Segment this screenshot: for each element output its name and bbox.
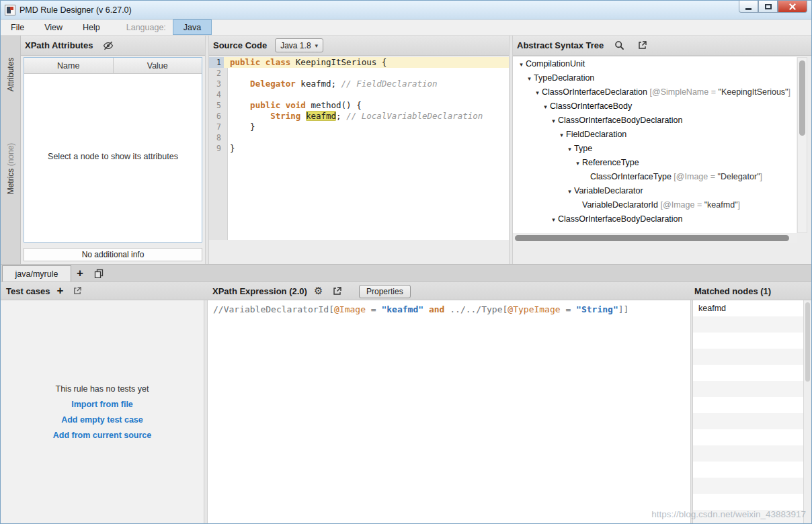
matched-nodes-header: Matched nodes (1)	[694, 282, 771, 300]
ast-node[interactable]: ▾ClassOrInterfaceDeclaration [@SimpleNam…	[513, 85, 797, 99]
tab-attributes[interactable]: Attributes	[6, 58, 15, 92]
line-number: 6	[209, 111, 224, 122]
line-number: 5	[209, 100, 224, 111]
language-label: Language:	[110, 19, 173, 35]
matched-nodes-list: keafmd	[693, 300, 803, 523]
add-empty-test-case-link[interactable]: Add empty test case	[61, 415, 143, 425]
add-rule-button[interactable]: +	[71, 265, 89, 281]
line-number: 3	[209, 79, 224, 89]
chevron-down-icon[interactable]: ▾	[573, 157, 582, 171]
chevron-down-icon: ▾	[315, 42, 319, 49]
ast-node[interactable]: ▾CompilationUnit	[513, 57, 797, 71]
gear-icon[interactable]: ⚙	[314, 285, 323, 297]
export-icon	[332, 286, 342, 296]
matched-list-row	[693, 333, 803, 349]
source-code-editor[interactable]: 1public class KeepingItSerious {23 Deleg…	[209, 57, 509, 240]
matched-list-row	[693, 397, 803, 413]
java-version-value: Java 1.8	[280, 41, 311, 50]
chevron-down-icon[interactable]: ▾	[549, 114, 558, 128]
java-version-select[interactable]: Java 1.8 ▾	[275, 38, 323, 52]
menu-view[interactable]: View	[34, 19, 73, 35]
copy-rule-button[interactable]	[89, 265, 109, 281]
menu-help[interactable]: Help	[73, 19, 110, 35]
chevron-down-icon[interactable]: ▾	[557, 128, 566, 142]
xpath-attributes-panel: XPath Attributes Name Value Select a nod…	[21, 36, 205, 264]
matched-scroll-thumb[interactable]	[805, 302, 810, 382]
ast-node[interactable]: VariableDeclaratorId [@Image = "keafmd"]	[513, 198, 797, 212]
menu-file[interactable]: File	[1, 19, 34, 35]
xpath-expression-editor[interactable]: //VariableDeclaratorId[@Image = "keafmd"…	[208, 300, 690, 523]
chevron-down-icon[interactable]: ▾	[533, 86, 542, 100]
code-line[interactable]: 8	[209, 132, 509, 143]
chevron-down-icon[interactable]: ▾	[565, 142, 574, 157]
tab-java-myrule[interactable]: java/myrule	[2, 265, 71, 281]
export-xpath-button[interactable]	[329, 284, 344, 298]
line-number: 1	[209, 57, 224, 68]
matched-list-row	[693, 429, 803, 445]
line-number: 4	[209, 89, 224, 100]
ast-node[interactable]: ▾Type	[513, 142, 797, 156]
code-line[interactable]: 1public class KeepingItSerious {	[209, 57, 509, 68]
matched-list-row	[693, 478, 803, 494]
matched-list-row	[693, 445, 803, 462]
hide-attributes-without-value-button[interactable]	[101, 39, 116, 52]
ast-node[interactable]: ▾ClassOrInterfaceBody	[513, 99, 797, 114]
export-test-cases-button[interactable]	[70, 284, 85, 298]
matched-node-item[interactable]: keafmd	[693, 300, 803, 316]
line-number: 2	[209, 68, 224, 79]
matched-nodes-scrollbar[interactable]	[803, 300, 811, 523]
minimize-icon	[745, 8, 752, 10]
minimize-button[interactable]	[739, 1, 758, 13]
search-icon	[614, 40, 624, 50]
close-button[interactable]	[778, 1, 807, 13]
code-line[interactable]: 4	[209, 89, 509, 100]
properties-button[interactable]: Properties	[359, 285, 411, 298]
chevron-down-icon[interactable]: ▾	[517, 58, 526, 72]
ast-search-button[interactable]	[612, 39, 626, 52]
chevron-down-icon[interactable]: ▾	[525, 72, 534, 86]
ast-vscroll-thumb[interactable]	[799, 60, 805, 136]
xpath-expression-header: XPath Expression (2.0) ⚙	[212, 282, 344, 300]
ast-node[interactable]: ▾TypeDeclaration	[513, 71, 797, 85]
code-line[interactable]: 7 }	[209, 122, 509, 132]
ast-node[interactable]: ▾VariableDeclarator	[513, 184, 797, 198]
attributes-placeholder: Select a node to show its attributes	[24, 152, 202, 161]
code-line[interactable]: 2	[209, 68, 509, 79]
attributes-column-value[interactable]: Value	[114, 58, 202, 73]
export-icon	[637, 40, 647, 50]
tab-metrics[interactable]: Metrics (none)	[6, 143, 15, 195]
ast-node[interactable]: ▾FieldDeclaration	[513, 128, 797, 142]
attributes-column-name[interactable]: Name	[24, 58, 114, 73]
code-line[interactable]: 9}	[209, 143, 509, 154]
matched-nodes-title: Matched nodes (1)	[694, 286, 771, 296]
add-from-current-source-link[interactable]: Add from current source	[53, 431, 152, 440]
import-from-file-link[interactable]: Import from file	[71, 400, 133, 409]
ast-node[interactable]: ▾ClassOrInterfaceBodyDeclaration	[513, 212, 797, 226]
language-java-toggle[interactable]: Java	[173, 19, 212, 35]
add-test-case-button[interactable]: +	[57, 284, 64, 298]
ast-vertical-scrollbar[interactable]	[797, 57, 807, 233]
ast-node[interactable]: ▾ReferenceType	[513, 156, 797, 170]
code-line[interactable]: 6 String keafmd; // LocalVariableDeclara…	[209, 111, 509, 122]
chevron-down-icon[interactable]: ▾	[549, 213, 558, 227]
chevron-down-icon[interactable]: ▾	[541, 100, 550, 114]
close-icon	[788, 3, 797, 11]
code-line[interactable]: 5 public void method() {	[209, 100, 509, 111]
ast-node[interactable]: ClassOrInterfaceType [@Image = "Delegato…	[513, 170, 797, 184]
line-number: 8	[209, 132, 224, 143]
xpath-expression-title: XPath Expression (2.0)	[212, 286, 307, 296]
ast-export-button[interactable]	[635, 39, 649, 52]
ast-header: Abstract Syntax Tree	[513, 36, 811, 56]
bottom-section-header: Test cases + XPath Expression (2.0) ⚙ Pr…	[1, 281, 811, 300]
ast-hscroll-thumb[interactable]	[515, 235, 789, 241]
attributes-tab-label: Attributes	[6, 58, 15, 92]
main-top-area: Attributes Metrics (none) XPath Attribut…	[1, 36, 811, 264]
maximize-button[interactable]	[758, 1, 778, 13]
code-line[interactable]: 3 Delegator keafmd; // FieldDeclaration	[209, 79, 509, 89]
ast-horizontal-scrollbar[interactable]	[513, 234, 797, 243]
matched-list-row	[693, 462, 803, 478]
source-code-header: Source Code Java 1.8 ▾	[209, 36, 509, 56]
chevron-down-icon[interactable]: ▾	[565, 185, 574, 199]
ast-node[interactable]: ▾ClassOrInterfaceBodyDeclaration	[513, 114, 797, 128]
titlebar: PMD Rule Designer (v 6.27.0)	[1, 1, 811, 19]
